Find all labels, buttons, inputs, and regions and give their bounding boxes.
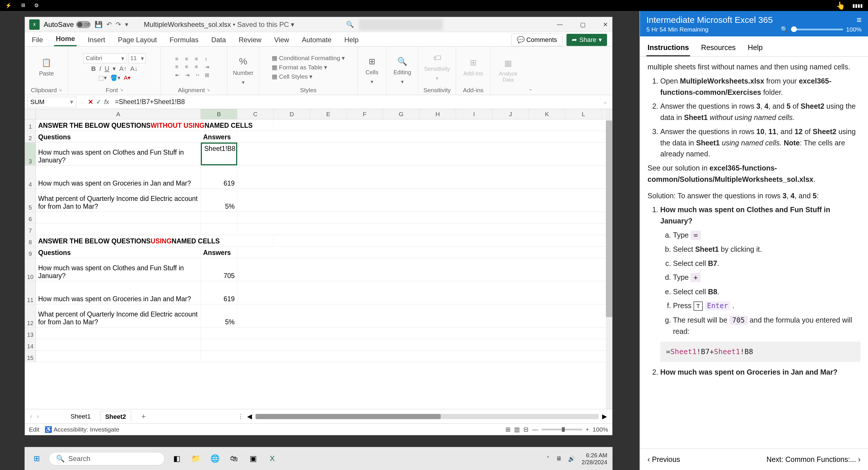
cell-A4[interactable]: How much was spent on Groceries in Jan a… [36,166,201,189]
cell-B5[interactable]: 5% [201,189,237,211]
vertical-scrollbar[interactable] [606,109,612,409]
cell-A11[interactable]: How much was spent on Groceries in Jan a… [36,281,201,304]
menu-icon[interactable]: ≡ [857,15,862,25]
tab-page-layout[interactable]: Page Layout [116,34,159,46]
task-view-icon[interactable]: ◧ [170,452,184,466]
scroll-left-icon[interactable]: ◀ [247,413,252,420]
cell-B9[interactable]: Answers [201,246,237,258]
tab-automate[interactable]: Automate [300,34,333,46]
maximize-icon[interactable]: ▢ [580,21,586,28]
add-sheet-icon[interactable]: + [142,412,146,421]
cell-B11[interactable]: 619 [201,281,237,304]
cell-styles-button[interactable]: ▦ Cell Styles ▾ [272,73,313,80]
cell-A1[interactable]: ANSWER THE BELOW QUESTIONS WITHOUT USING… [36,120,274,131]
comments-button[interactable]: 💬 Comments [511,34,562,46]
enter-formula-icon[interactable]: ✓ [96,98,101,106]
col-header-H[interactable]: H [420,109,456,119]
font-name-select[interactable]: Calibri▾ [83,54,127,63]
tab-review[interactable]: Review [237,34,263,46]
cell-A3[interactable]: How much was spent on Clothes and Fun St… [36,142,201,165]
minimize-icon[interactable]: — [557,21,563,28]
collapse-ribbon-icon[interactable]: ⌄ [525,83,535,95]
cancel-formula-icon[interactable]: ✕ [88,98,93,106]
view-break-icon[interactable]: ⊟ [523,426,529,433]
prev-sheet-icon[interactable]: ‹ [30,413,32,420]
cell-A8[interactable]: ANSWER THE BELOW QUESTIONS USING NAMED C… [36,235,274,246]
font-size-select[interactable]: 11▾ [128,54,146,63]
redo-icon[interactable]: ↷ [116,21,121,28]
sheet-tab-sheet2[interactable]: Sheet2 [100,411,131,423]
fill-color-icon[interactable]: 🪣▾ [110,74,120,81]
cell-A2[interactable]: Questions [36,131,201,142]
tray-display-icon[interactable]: 🖥 [556,455,562,462]
save-icon[interactable]: 💾 [95,21,102,28]
cell-B10[interactable]: 705 [201,258,237,281]
tab-help[interactable]: Help [747,40,764,56]
previous-button[interactable]: ‹ Previous [648,455,680,464]
expand-formula-icon[interactable]: ⌄ [603,99,610,105]
col-header-I[interactable]: I [456,109,492,119]
tab-data[interactable]: Data [210,34,228,46]
conditional-formatting-button[interactable]: ▦ Conditional Formatting ▾ [272,55,345,62]
cell-A12[interactable]: What percent of Quarterly Income did Ele… [36,304,201,327]
tab-help[interactable]: Help [343,34,360,46]
underline-button[interactable]: U [104,65,109,72]
tab-view[interactable]: View [273,34,291,46]
cell-A10[interactable]: How much was spent on Clothes and Fun St… [36,258,201,281]
tab-home[interactable]: Home [54,32,77,46]
col-header-D[interactable]: D [274,109,310,119]
cell-B2[interactable]: Answers [201,131,237,142]
tab-resources[interactable]: Resources [700,40,737,56]
font-color-icon[interactable]: A▾ [124,74,130,81]
borders-icon[interactable]: ⬚▾ [98,74,107,81]
zoom-out-icon[interactable]: — [532,426,538,433]
cell-B3-active[interactable]: Sheet1!B8 [201,142,237,165]
fx-icon[interactable]: fx [104,98,109,106]
italic-button[interactable]: I [99,65,101,72]
close-icon[interactable]: ✕ [603,21,608,28]
zoom-slider[interactable] [541,429,582,430]
col-header-A[interactable]: A [36,109,201,119]
autosave-toggle[interactable]: Off [76,21,91,28]
col-header-G[interactable]: G [383,109,420,119]
increase-font-icon[interactable]: A↑ [119,65,127,72]
col-header-K[interactable]: K [529,109,565,119]
col-header-J[interactable]: J [492,109,529,119]
view-page-icon[interactable]: ▥ [514,426,520,433]
zoom-in-icon[interactable]: + [586,426,589,433]
bolt-icon[interactable]: ⚡ [5,2,11,9]
formula-bar[interactable]: =Sheet1!B7+Sheet1!B8 [113,97,600,107]
file-explorer-icon[interactable]: 📁 [189,452,203,466]
excel-taskbar-icon[interactable]: X [265,452,279,466]
tab-instructions[interactable]: Instructions [646,40,690,56]
tab-formulas[interactable]: Formulas [168,34,200,46]
horizontal-scrollbar[interactable] [255,414,599,419]
qat-dropdown-icon[interactable]: ▾ [125,21,128,28]
view-normal-icon[interactable]: ⊞ [505,426,511,433]
col-header-B[interactable]: B [201,109,237,119]
cell-B4[interactable]: 619 [201,166,237,189]
terminal-icon[interactable]: ▣ [246,452,260,466]
search-icon[interactable]: 🔍 [345,20,355,30]
edge-icon[interactable]: 🌐 [208,452,222,466]
start-icon[interactable]: ⊞ [30,452,44,466]
store-icon[interactable]: 🛍 [227,452,241,466]
next-sheet-icon[interactable]: › [37,413,39,420]
panel-search-icon[interactable]: 🔍 [781,26,788,33]
gear-icon[interactable]: ⚙ [34,2,39,9]
decrease-font-icon[interactable]: A↓ [130,65,138,72]
scroll-right-icon[interactable]: ▶ [602,413,607,420]
col-header-F[interactable]: F [347,109,383,119]
cell-A5[interactable]: What percent of Quarterly Income did Ele… [36,189,201,211]
zoom-level[interactable]: 100% [593,426,608,433]
next-button[interactable]: Next: Common Functions:... › [767,455,861,464]
name-box[interactable]: SUM▾ [27,97,76,107]
cell-A9[interactable]: Questions [36,246,201,258]
taskbar-search[interactable]: 🔍 Search [49,452,165,465]
share-button[interactable]: ➦ Share ▾ [566,34,607,46]
clock-date[interactable]: 2/28/2024 [582,459,607,466]
undo-icon[interactable]: ↶ [106,21,112,28]
tab-insert[interactable]: Insert [86,34,107,46]
col-header-L[interactable]: L [565,109,602,119]
col-header-C[interactable]: C [237,109,274,119]
